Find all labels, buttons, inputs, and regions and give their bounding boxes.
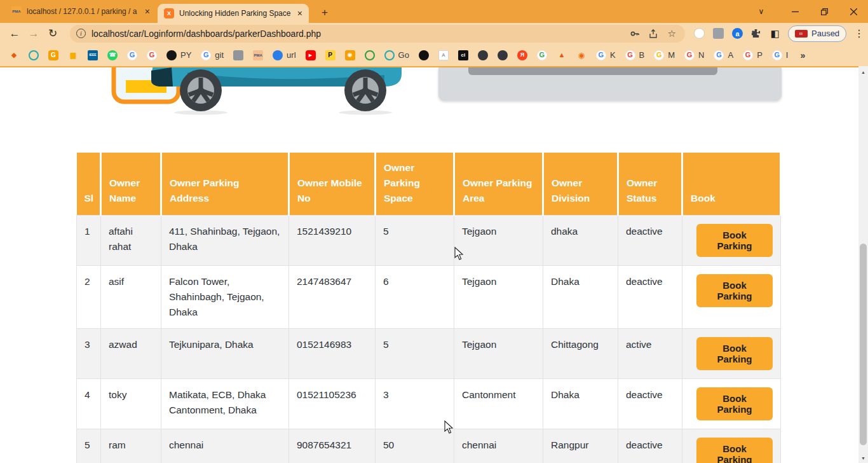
bookmark-favicon-icon: Я bbox=[517, 50, 527, 60]
cell-sl: 4 bbox=[77, 379, 101, 429]
cell-status: active bbox=[618, 329, 682, 379]
bookmark-item[interactable] bbox=[365, 50, 375, 60]
book-parking-button[interactable]: Book Parking bbox=[696, 274, 773, 307]
chrome-menu-kebab-icon[interactable]: ⋮ bbox=[853, 27, 865, 39]
bookmark-label: PY bbox=[180, 50, 191, 60]
cell-mobile-no: 9087654321 bbox=[289, 429, 376, 463]
back-icon[interactable]: ← bbox=[5, 25, 24, 43]
column-header: Owner Name bbox=[101, 153, 161, 216]
scroll-up-icon[interactable]: ▲ bbox=[858, 67, 868, 77]
bookmark-item[interactable]: ▲ bbox=[557, 50, 567, 60]
bookmark-item[interactable]: G P bbox=[743, 50, 763, 60]
restore-button[interactable] bbox=[810, 0, 839, 23]
bookmark-item[interactable]: ◉ bbox=[345, 50, 355, 60]
bookmarks-bar: ◆ G ▆ IEEE ☎ G G bbox=[0, 44, 868, 66]
extension-icon[interactable] bbox=[694, 28, 705, 39]
password-key-icon[interactable] bbox=[630, 29, 640, 39]
bookmark-item[interactable]: G git bbox=[201, 50, 224, 60]
bookmark-item[interactable]: G M bbox=[654, 50, 675, 60]
tab-phpmyadmin[interactable]: PMA localhost / 127.0.0.1 / parking / a … bbox=[5, 0, 156, 23]
table-row: 4 toky Matikata, ECB, Dhaka Cantonment, … bbox=[77, 379, 781, 429]
bookmark-item[interactable]: G bbox=[48, 50, 58, 60]
address-bar[interactable]: i localhost/car/Loginform/dashboards/par… bbox=[70, 25, 685, 43]
cell-division: Dhaka bbox=[543, 379, 618, 429]
site-info-icon[interactable]: i bbox=[76, 29, 86, 38]
bookmark-favicon-icon: ▲ bbox=[557, 50, 567, 60]
bookmark-item[interactable]: G I bbox=[772, 50, 789, 60]
page-scrollbar[interactable]: ▲ ▼ bbox=[858, 66, 868, 463]
paused-label: Paused bbox=[811, 29, 839, 38]
bookmark-item[interactable]: G K bbox=[596, 50, 616, 60]
extension-icon[interactable]: a bbox=[732, 28, 743, 39]
bookmarks-overflow-icon[interactable]: » bbox=[800, 50, 805, 60]
cell-book: Book Parking bbox=[682, 329, 781, 379]
extensions-puzzle-icon[interactable] bbox=[751, 29, 761, 39]
front-wheel bbox=[180, 69, 222, 111]
bookmark-item[interactable]: G A bbox=[714, 50, 733, 60]
tab-title: localhost / 127.0.0.1 / parking / a bbox=[27, 7, 140, 16]
bookmark-item[interactable] bbox=[29, 50, 39, 60]
bookmark-item[interactable]: P bbox=[325, 50, 336, 60]
share-icon[interactable] bbox=[649, 29, 659, 39]
bookmark-item[interactable] bbox=[419, 50, 429, 60]
bookmark-item[interactable]: ▆ bbox=[68, 50, 78, 60]
cell-parking-address: Falcon Tower, Shahinbagh, Tejgaon, Dhaka bbox=[161, 266, 289, 329]
table-row: 3 azwad Tejkunipara, Dhaka 0152146983 5 … bbox=[77, 329, 781, 379]
bookmark-item[interactable]: ◉ bbox=[576, 50, 587, 60]
cell-book: Book Parking bbox=[682, 216, 781, 266]
bookmark-favicon-icon: ◉ bbox=[576, 50, 587, 60]
xampp-favicon-icon: X bbox=[164, 8, 174, 18]
book-parking-button[interactable]: Book Parking bbox=[696, 438, 773, 463]
book-parking-button[interactable]: Book Parking bbox=[696, 337, 773, 370]
bookmark-item[interactable]: cl bbox=[458, 50, 468, 60]
cell-mobile-no: 0152146983 bbox=[289, 329, 376, 379]
bookmark-item[interactable]: ◆ bbox=[9, 50, 19, 60]
bookmark-item[interactable]: G B bbox=[625, 50, 645, 60]
bookmark-item[interactable]: Я bbox=[517, 50, 527, 60]
close-window-button[interactable] bbox=[839, 0, 868, 23]
bookmark-favicon-icon bbox=[365, 50, 375, 60]
column-header: Owner Parking Address bbox=[161, 153, 289, 216]
extension-icon[interactable] bbox=[713, 28, 724, 39]
cell-parking-address: chennai bbox=[161, 429, 289, 463]
bookmark-item[interactable]: PY bbox=[166, 50, 191, 60]
bookmark-item[interactable]: G bbox=[147, 50, 157, 60]
bookmark-favicon-icon: G bbox=[48, 50, 58, 60]
minimize-button[interactable] bbox=[780, 0, 810, 23]
bookmark-item[interactable]: IEEE bbox=[88, 50, 98, 60]
bookmark-item[interactable]: ☎ bbox=[107, 50, 118, 60]
url-text[interactable]: localhost/car/Loginform/dashboards/parke… bbox=[92, 29, 630, 39]
new-tab-button[interactable]: + bbox=[316, 4, 333, 21]
cell-book: Book Parking bbox=[682, 266, 781, 329]
bookmark-item[interactable]: url bbox=[273, 50, 295, 60]
tab-close-icon[interactable]: × bbox=[297, 8, 302, 18]
bookmark-favicon-icon: G bbox=[654, 50, 664, 60]
reload-icon[interactable]: ↻ bbox=[43, 25, 62, 43]
bookmark-item[interactable]: G bbox=[537, 50, 547, 60]
parking-owners-table: Sl Owner Name Owner Parking Address Owne… bbox=[76, 153, 782, 463]
reading-mode-icon[interactable]: ◧ bbox=[770, 28, 780, 39]
cell-mobile-no: 1521439210 bbox=[289, 216, 376, 266]
book-parking-button[interactable]: Book Parking bbox=[696, 387, 773, 420]
tab-search-chevron-icon[interactable]: ∨ bbox=[749, 0, 774, 23]
bookmark-item[interactable]: A bbox=[438, 50, 449, 60]
bookmark-item[interactable] bbox=[233, 50, 243, 60]
scroll-down-icon[interactable]: ▼ bbox=[858, 453, 868, 463]
bookmark-item[interactable] bbox=[478, 50, 488, 60]
tab-close-icon[interactable]: × bbox=[145, 6, 150, 17]
bookmark-item[interactable] bbox=[498, 50, 508, 60]
bookmark-favicon-icon: G bbox=[596, 50, 606, 60]
bookmark-item[interactable]: G N bbox=[684, 50, 704, 60]
bookmark-item[interactable]: Go bbox=[384, 50, 409, 60]
cell-sl: 2 bbox=[77, 266, 101, 329]
bookmark-item[interactable]: G bbox=[127, 50, 137, 60]
scrollbar-thumb[interactable] bbox=[860, 244, 867, 445]
bookmark-star-icon[interactable]: ☆ bbox=[668, 29, 676, 38]
tab-parking-dashboard[interactable]: X Unlocking Hidden Parking Space × bbox=[158, 4, 309, 23]
cell-book: Book Parking bbox=[682, 429, 781, 463]
bookmark-item[interactable]: PMA bbox=[253, 50, 263, 60]
forward-icon[interactable]: → bbox=[24, 25, 43, 43]
book-parking-button[interactable]: Book Parking bbox=[696, 224, 773, 257]
paused-extension-badge[interactable]: II Paused bbox=[788, 25, 846, 42]
bookmark-item[interactable]: ▶ bbox=[306, 50, 316, 60]
